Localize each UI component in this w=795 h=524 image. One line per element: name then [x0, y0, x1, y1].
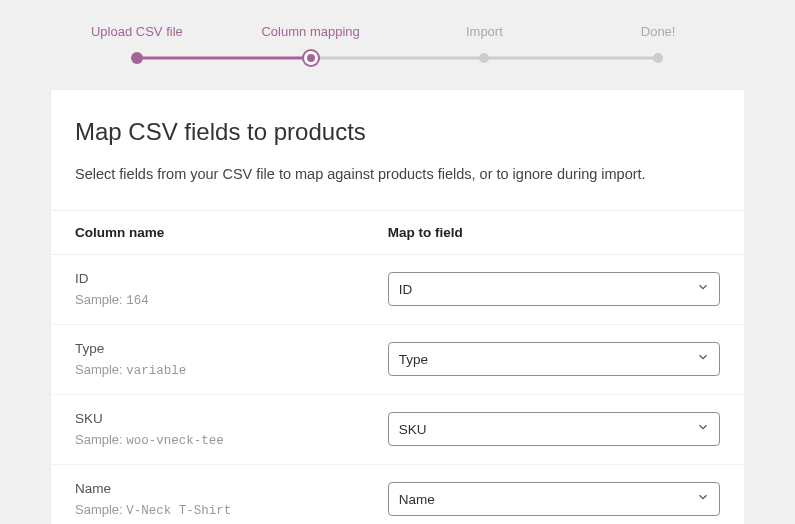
row-label-cell: Type Sample: variable: [75, 341, 388, 378]
sample-value: V-Neck T-Shirt: [126, 504, 231, 518]
row-label-cell: SKU Sample: woo-vneck-tee: [75, 411, 388, 448]
sample-prefix: Sample:: [75, 502, 123, 517]
select-value: ID: [388, 272, 720, 306]
step-done[interactable]: Done!: [571, 24, 745, 65]
sample-value: 164: [126, 294, 149, 308]
step-marker: [571, 51, 745, 65]
map-select-id[interactable]: ID: [388, 272, 720, 306]
table-row: Name Sample: V-Neck T-Shirt Name: [51, 465, 744, 524]
page-subtitle: Select fields from your CSV file to map …: [75, 164, 720, 186]
field-sample: Sample: variable: [75, 362, 388, 378]
table-row: ID Sample: 164 ID: [51, 255, 744, 325]
card-header: Map CSV fields to products Select fields…: [51, 118, 744, 210]
field-name: Type: [75, 341, 388, 356]
row-label-cell: Name Sample: V-Neck T-Shirt: [75, 481, 388, 518]
map-select-type[interactable]: Type: [388, 342, 720, 376]
field-name: Name: [75, 481, 388, 496]
sample-prefix: Sample:: [75, 432, 123, 447]
step-label: Column mapping: [224, 24, 398, 39]
step-dot-icon: [653, 53, 663, 63]
sample-prefix: Sample:: [75, 292, 123, 307]
field-name: ID: [75, 271, 388, 286]
step-dot-icon: [131, 52, 143, 64]
table-row: SKU Sample: woo-vneck-tee SKU: [51, 395, 744, 465]
map-to-field-header: Map to field: [388, 225, 720, 240]
sample-value: variable: [126, 364, 186, 378]
step-column-mapping[interactable]: Column mapping: [224, 24, 398, 65]
sample-prefix: Sample:: [75, 362, 123, 377]
mapping-table: Column name Map to field ID Sample: 164 …: [51, 210, 744, 524]
mapping-card: Map CSV fields to products Select fields…: [50, 89, 745, 524]
step-marker: [398, 51, 572, 65]
step-dot-icon: [304, 51, 318, 65]
sample-value: woo-vneck-tee: [126, 434, 224, 448]
page-title: Map CSV fields to products: [75, 118, 720, 146]
import-wizard: Upload CSV file Column mapping Import: [0, 0, 795, 524]
step-dot-icon: [479, 53, 489, 63]
row-select-cell: SKU: [388, 412, 720, 446]
step-label: Import: [398, 24, 572, 39]
select-value: Type: [388, 342, 720, 376]
step-marker: [224, 51, 398, 65]
step-marker: [50, 51, 224, 65]
step-import[interactable]: Import: [398, 24, 572, 65]
row-label-cell: ID Sample: 164: [75, 271, 388, 308]
row-select-cell: Name: [388, 482, 720, 516]
select-value: Name: [388, 482, 720, 516]
table-header-row: Column name Map to field: [51, 210, 744, 255]
column-name-header: Column name: [75, 225, 388, 240]
row-select-cell: ID: [388, 272, 720, 306]
progress-stepper: Upload CSV file Column mapping Import: [0, 0, 795, 81]
step-upload-csv[interactable]: Upload CSV file: [50, 24, 224, 65]
field-sample: Sample: woo-vneck-tee: [75, 432, 388, 448]
step-label: Upload CSV file: [50, 24, 224, 39]
select-value: SKU: [388, 412, 720, 446]
table-row: Type Sample: variable Type: [51, 325, 744, 395]
row-select-cell: Type: [388, 342, 720, 376]
field-sample: Sample: V-Neck T-Shirt: [75, 502, 388, 518]
field-sample: Sample: 164: [75, 292, 388, 308]
field-name: SKU: [75, 411, 388, 426]
step-label: Done!: [571, 24, 745, 39]
map-select-sku[interactable]: SKU: [388, 412, 720, 446]
map-select-name[interactable]: Name: [388, 482, 720, 516]
